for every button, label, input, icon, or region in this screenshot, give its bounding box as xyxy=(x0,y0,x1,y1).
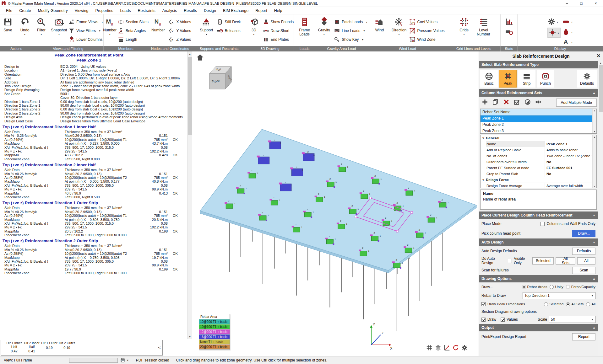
draw-peak-dimensions-checkbox[interactable] xyxy=(481,302,486,306)
delete-icon[interactable] xyxy=(503,99,510,105)
ribbon-button-number[interactable]: N#Number xyxy=(149,16,167,32)
property-row[interactable]: Design Force AverageAverage over full wi… xyxy=(481,183,596,188)
panel-close-icon[interactable]: ✕ xyxy=(596,53,600,59)
type-button-punch[interactable]: Punch xyxy=(537,70,554,88)
ribbon-button-line-loads[interactable]: Line Loads▼ xyxy=(334,28,368,34)
draw-radio-force-capacity[interactable]: Force/Capacity xyxy=(566,285,595,289)
ribbon-button-filter[interactable]: Filter▼ xyxy=(33,16,50,35)
menu-bim-exchange[interactable]: BIM Exchange xyxy=(220,7,252,14)
set-tool-contrast[interactable] xyxy=(524,99,531,107)
ribbon-button-length[interactable]: Length xyxy=(118,36,149,43)
ribbon-button-node-target[interactable]: ▼ xyxy=(547,28,561,38)
menu-properties[interactable]: Properties xyxy=(92,7,117,14)
ribbon-button-3d[interactable]: 3D▼ xyxy=(246,16,262,35)
ribbon-button-patch-loads[interactable]: Patch Loads▼ xyxy=(334,19,368,25)
scope-radio-all-sets[interactable]: All Sets xyxy=(566,302,584,306)
eye-icon[interactable] xyxy=(535,99,542,105)
ribbon-button-pressure-values[interactable]: QPressure Values xyxy=(409,28,444,34)
ribbon-button-frame-loads[interactable]: Frame Loads xyxy=(296,16,314,36)
menu-create[interactable]: Create xyxy=(16,7,35,14)
menu-file[interactable]: File xyxy=(3,7,16,14)
type-button-strip[interactable]: Strip xyxy=(518,70,535,88)
section-drawing-options[interactable]: Drawing Options▲ xyxy=(479,275,598,282)
ribbon-button-wind[interactable]: Wind xyxy=(370,16,388,32)
draw-button[interactable]: Draw... xyxy=(572,230,595,237)
property-row[interactable]: Outer bars over full widthNo xyxy=(481,159,596,165)
menu-restraints[interactable]: Restraints xyxy=(134,7,159,14)
draw-radio-rebar-areas[interactable]: Rebar Areas xyxy=(522,285,547,289)
report-button[interactable]: Report xyxy=(572,333,595,340)
menu-modify-geometry[interactable]: Modify Geometry xyxy=(35,7,71,14)
list-scrollbar[interactable]: ▲▼ xyxy=(592,109,596,133)
ribbon-button-show-key[interactable]: Show Key▼ xyxy=(334,36,368,43)
ribbon-button-end-plates[interactable]: End Plates xyxy=(263,36,294,43)
ribbon-button-number[interactable]: M#Number▼ xyxy=(103,16,117,35)
ribbon-button-coef-values[interactable]: CPCoef Values xyxy=(409,19,444,25)
property-row[interactable]: Add or Replace BasicAdds to basic rebar xyxy=(481,147,596,153)
propgrid-scrollbar[interactable]: ▲▼ xyxy=(592,135,596,188)
vgrid-icon[interactable] xyxy=(426,344,433,351)
ribbon-button-save[interactable]: Save xyxy=(0,16,16,32)
type-defaults-button[interactable]: Defaults xyxy=(577,70,597,88)
property-row[interactable]: Parent FE Surface at nodeFE Surface 001 xyxy=(481,165,596,171)
ribbon-button-gravity[interactable]: Gravity▼ xyxy=(315,16,333,35)
menu-results[interactable]: Results xyxy=(180,7,200,14)
set-tool-add[interactable] xyxy=(481,99,488,107)
section-select-type[interactable]: Select Slab Reinforcement Type xyxy=(479,61,598,68)
columns-wall-ends-checkbox[interactable] xyxy=(541,222,545,226)
ribbon-button-section-sizes[interactable]: Section Sizes xyxy=(118,19,149,25)
ribbon-button-direction[interactable]: Direction▼ xyxy=(390,16,408,35)
ribbon-button-droplet[interactable]: ▼ xyxy=(562,28,573,36)
ribbon-button-gear[interactable]: ▼ xyxy=(547,18,561,26)
values-checkbox[interactable] xyxy=(501,318,505,322)
ribbon-button-x-values[interactable]: XX Values xyxy=(168,19,191,25)
scope-radio-all[interactable]: All xyxy=(586,302,595,306)
property-group-deisgn-force[interactable]: ∨Deisgn Force xyxy=(481,177,596,183)
section-auto-design[interactable]: Auto Design▲ xyxy=(479,238,598,246)
3d-viewport[interactable]: Top Front Right2121212121212121212121212… xyxy=(192,51,479,356)
auto-design-all-button[interactable]: All xyxy=(577,257,595,265)
layers-icon[interactable] xyxy=(435,344,442,351)
scrollbar-thumb[interactable] xyxy=(188,57,192,135)
summary-collapse-button[interactable]: < xyxy=(158,345,160,350)
ribbon-button-red-dash[interactable]: ▼ xyxy=(562,18,573,26)
ribbon-button-show-founds[interactable]: Show Founds xyxy=(263,19,294,25)
scope-radio-selected[interactable]: Selected xyxy=(544,302,563,306)
ribbon-button-grids[interactable]: Grids▼ xyxy=(455,16,473,35)
draw-checkbox[interactable] xyxy=(481,318,486,322)
rebar-set-item[interactable]: Peak Zone 3 xyxy=(481,128,596,134)
printer-dropdown-icon[interactable]: ▼ xyxy=(127,359,129,362)
ribbon-button-lower-columns[interactable]: Lower Columns xyxy=(68,36,103,43)
defaults-button[interactable]: Defaults xyxy=(572,248,595,255)
minimize-button[interactable]: – xyxy=(560,0,574,7)
section-place-reinforcement[interactable]: Place Current Design Column Head Reinfor… xyxy=(479,211,598,219)
visible-only-checkbox[interactable] xyxy=(508,259,512,263)
ribbon-button-undo[interactable]: Undo▼ xyxy=(17,16,33,35)
scale-select[interactable]: 50▼ xyxy=(549,316,595,323)
rebar-set-item[interactable]: Peak Zone 1 xyxy=(481,115,596,122)
ribbon-button-stats-chart[interactable] xyxy=(505,18,513,26)
rebar-set-item[interactable]: Peak Zone 2 xyxy=(481,122,596,128)
gear-icon[interactable] xyxy=(461,344,468,351)
print-control[interactable]: ▼ xyxy=(120,358,129,363)
report-scrollbar[interactable]: ▲ ▼ xyxy=(187,51,192,339)
contrast-icon[interactable] xyxy=(524,99,531,105)
ribbon-button-snapshot[interactable]: Snapshot▼ xyxy=(51,16,68,35)
add-multiple-mode-button[interactable]: Add Multiple Mode xyxy=(556,99,597,107)
panel-scrollbar[interactable]: ▲ xyxy=(598,61,603,356)
ribbon-button-y-values[interactable]: YY Values xyxy=(168,28,191,34)
rebar-to-draw-select[interactable]: Top Direction 1▼ xyxy=(523,292,595,299)
menu-design[interactable]: Design xyxy=(200,7,220,14)
ribbon-button-view-filters[interactable]: View Filters▼ xyxy=(68,28,103,34)
set-tool-check-square[interactable] xyxy=(513,99,520,107)
property-row[interactable]: No. of ZonesTwo Zone - Inner 1/2 (Zone 1… xyxy=(481,153,596,159)
ribbon-button-wind-zone[interactable]: WWind Zone xyxy=(409,36,444,43)
set-tool-copy[interactable] xyxy=(492,99,499,107)
section-output[interactable]: Output▲ xyxy=(479,324,598,331)
scroll-up-icon[interactable]: ▲ xyxy=(189,51,191,56)
printer-icon[interactable] xyxy=(120,358,125,363)
menu-loads[interactable]: Loads xyxy=(117,7,134,14)
ribbon-button-stats-info[interactable] xyxy=(505,28,513,36)
draw-radio-unity[interactable]: Unity xyxy=(550,285,563,289)
menu-help[interactable]: Help xyxy=(271,7,286,14)
